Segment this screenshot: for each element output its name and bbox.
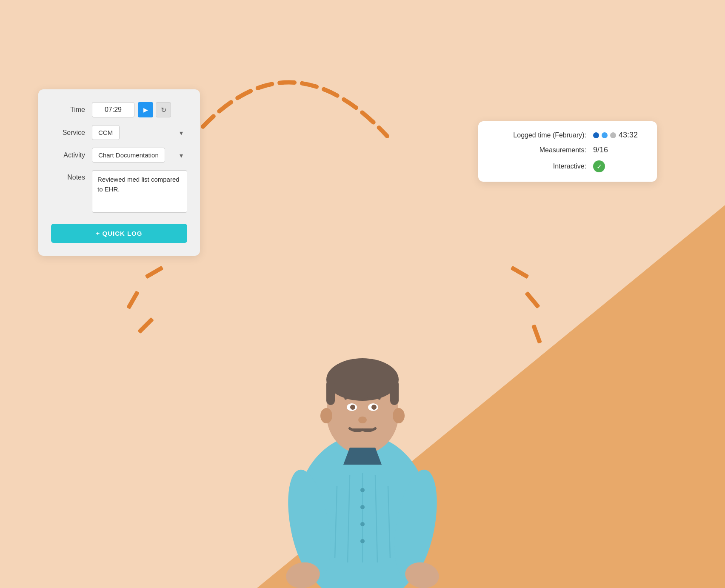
play-button[interactable]: ▶ bbox=[138, 102, 153, 117]
time-label: Time bbox=[51, 106, 85, 114]
activity-label: Activity bbox=[51, 151, 85, 159]
patient-figure bbox=[260, 282, 465, 588]
svg-point-3 bbox=[326, 358, 399, 401]
measurements-value-group: 9/16 bbox=[593, 146, 644, 154]
logged-time-value-group: 43:32 bbox=[593, 131, 644, 140]
interactive-row: Interactive: ✓ bbox=[491, 160, 644, 172]
dot-dark-blue bbox=[593, 132, 599, 138]
logged-time-label: Logged time (February): bbox=[491, 131, 593, 139]
quick-log-button[interactable]: + QUICK LOG bbox=[51, 224, 187, 243]
dash-accent-5 bbox=[525, 291, 540, 309]
dash-accent-1 bbox=[145, 265, 164, 279]
interactive-label: Interactive: bbox=[491, 163, 593, 170]
svg-point-12 bbox=[358, 417, 367, 423]
svg-point-24 bbox=[360, 522, 365, 526]
notes-row: Notes Reviewed med list compared to EHR. bbox=[51, 170, 187, 213]
notes-textarea[interactable]: Reviewed med list compared to EHR. bbox=[92, 170, 187, 213]
activity-select[interactable]: Chart Documentation Patient Outreach Car… bbox=[92, 148, 165, 163]
svg-rect-5 bbox=[390, 380, 399, 405]
measurements-label: Measurements: bbox=[491, 146, 593, 154]
svg-point-22 bbox=[360, 488, 365, 492]
svg-point-7 bbox=[393, 408, 405, 423]
service-select-wrapper: CCM BHI PCM RPM bbox=[92, 125, 187, 140]
logged-time-display: 43:32 bbox=[619, 131, 638, 140]
svg-point-6 bbox=[320, 408, 332, 423]
logged-time-row: Logged time (February): 43:32 bbox=[491, 131, 644, 140]
play-icon: ▶ bbox=[143, 106, 148, 113]
dot-light-blue bbox=[602, 132, 608, 138]
svg-point-11 bbox=[371, 405, 377, 410]
notes-label: Notes bbox=[51, 170, 85, 181]
svg-rect-4 bbox=[326, 380, 335, 405]
service-label: Service bbox=[51, 129, 85, 137]
dot-gray bbox=[610, 132, 616, 138]
checkmark-symbol: ✓ bbox=[597, 163, 602, 171]
info-card: Logged time (February): 43:32 Measuremen… bbox=[478, 121, 657, 182]
svg-point-10 bbox=[350, 405, 355, 410]
service-select[interactable]: CCM BHI PCM RPM bbox=[92, 125, 120, 140]
interactive-value-group: ✓ bbox=[593, 160, 644, 172]
dash-accent-2 bbox=[126, 291, 140, 309]
time-input[interactable] bbox=[92, 102, 134, 117]
svg-point-25 bbox=[360, 539, 365, 543]
svg-point-23 bbox=[360, 505, 365, 509]
refresh-icon: ↻ bbox=[161, 106, 166, 114]
dash-accent-6 bbox=[531, 324, 542, 344]
refresh-button[interactable]: ↻ bbox=[156, 102, 171, 117]
check-icon: ✓ bbox=[593, 160, 605, 172]
dash-accent-3 bbox=[137, 317, 154, 334]
time-row: Time ▶ ↻ bbox=[51, 102, 187, 117]
measurements-display: 9/16 bbox=[593, 146, 608, 154]
time-controls: ▶ ↻ bbox=[138, 102, 171, 117]
measurements-row: Measurements: 9/16 bbox=[491, 146, 644, 154]
form-card: Time ▶ ↻ Service CCM BHI PCM RPM Activit… bbox=[38, 89, 200, 256]
dash-accent-4 bbox=[511, 265, 529, 279]
activity-select-wrapper: Chart Documentation Patient Outreach Car… bbox=[92, 148, 187, 163]
service-row: Service CCM BHI PCM RPM bbox=[51, 125, 187, 140]
activity-row: Activity Chart Documentation Patient Out… bbox=[51, 148, 187, 163]
